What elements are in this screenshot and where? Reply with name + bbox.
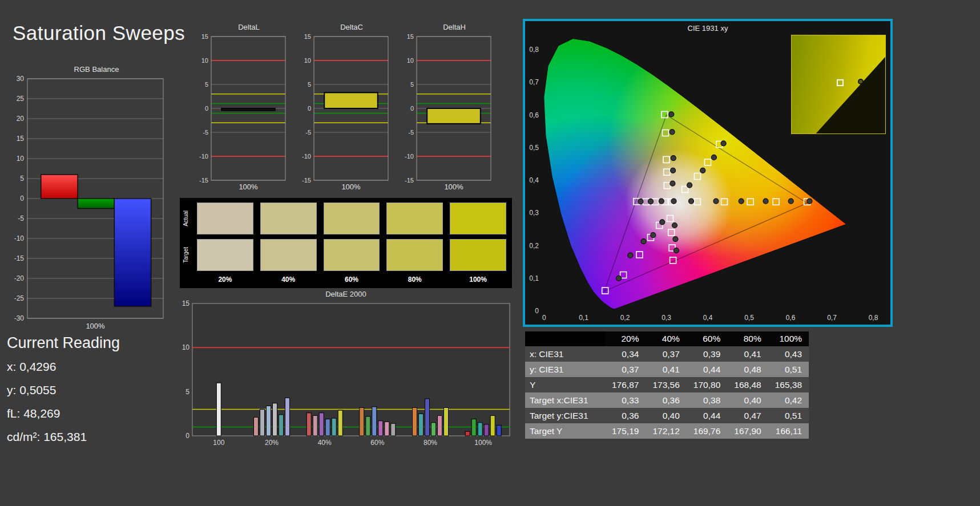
- svg-text:100%: 100%: [474, 439, 492, 447]
- svg-text:15: 15: [407, 33, 414, 40]
- svg-text:0: 0: [308, 105, 311, 112]
- delta-e-title: DeltaE 2000: [180, 290, 512, 299]
- cie-zoom-inset: [791, 35, 886, 134]
- svg-text:-10: -10: [14, 234, 25, 242]
- svg-text:10: 10: [182, 343, 190, 351]
- delta_l-svg: -15-10-5051015100%: [192, 33, 289, 191]
- svg-text:-5: -5: [305, 129, 311, 136]
- svg-text:15: 15: [17, 135, 25, 143]
- rgb-balance-title: RGB Balance: [5, 65, 166, 74]
- swatch-row-label-target: Target: [183, 247, 189, 263]
- table-cell: 0,47: [727, 408, 768, 423]
- svg-text:5: 5: [20, 175, 24, 183]
- table-cell: 0,44: [687, 362, 727, 377]
- svg-text:100%: 100%: [239, 183, 258, 191]
- cie-title: CIE 1931 xy: [525, 24, 890, 33]
- svg-text:0: 0: [542, 314, 546, 322]
- table-cell: 172,12: [646, 423, 686, 439]
- table-row-label: y: CIE31: [525, 362, 605, 377]
- svg-text:0,5: 0,5: [529, 144, 539, 152]
- table-row: Target y:CIE310,360,400,440,470,51: [525, 408, 809, 423]
- delta-h-chart: DeltaH -15-10-5051015100%: [397, 23, 494, 191]
- calibration-dashboard: Saturation Sweeps RGB Balance -30-25-20-…: [0, 0, 980, 506]
- swatch-target-100%: [450, 239, 506, 271]
- reading-cdm2: cd/m²: 165,381: [7, 430, 120, 444]
- table-cell: 167,90: [727, 423, 768, 439]
- delta-l-chart: DeltaL -15-10-5051015100%: [192, 23, 289, 191]
- svg-text:0,8: 0,8: [529, 46, 539, 54]
- table-cell: 0,41: [646, 362, 686, 377]
- svg-text:0,7: 0,7: [827, 314, 837, 322]
- svg-text:0,2: 0,2: [529, 242, 539, 250]
- svg-text:100%: 100%: [86, 322, 105, 330]
- table-cell: 0,33: [605, 392, 646, 408]
- swatch-target-20%: [197, 239, 253, 271]
- delta_c-svg: -15-10-5051015100%: [295, 33, 392, 191]
- svg-text:5: 5: [205, 81, 208, 88]
- swatch-comparison-panel: ActualTarget20%40%60%80%100%: [180, 198, 512, 288]
- table-cell: 176,87: [605, 377, 646, 392]
- svg-text:60%: 60%: [370, 439, 384, 447]
- table-row: x: CIE310,340,370,390,410,43: [525, 346, 809, 362]
- page-title: Saturation Sweeps: [13, 22, 185, 44]
- table-cell: 0,39: [687, 346, 727, 362]
- svg-text:20: 20: [17, 115, 25, 123]
- swatch-actual-60%: [324, 203, 380, 234]
- svg-text:100%: 100%: [341, 183, 361, 191]
- svg-text:15: 15: [304, 33, 311, 40]
- svg-text:0,4: 0,4: [529, 176, 539, 184]
- svg-text:-5: -5: [203, 129, 208, 136]
- table-cell: 0,38: [687, 392, 727, 408]
- delta-h-plot: -15-10-5051015100%: [397, 33, 494, 191]
- table-row-label: Target x:CIE31: [525, 392, 605, 408]
- svg-text:0,5: 0,5: [744, 314, 754, 322]
- svg-text:15: 15: [182, 300, 190, 307]
- table-row-label: Target Y: [525, 423, 605, 439]
- rgb-balance-chart: RGB Balance -30-25-20-15-10-505101520253…: [5, 65, 166, 330]
- svg-text:0,3: 0,3: [662, 314, 671, 322]
- svg-text:0,6: 0,6: [786, 314, 796, 322]
- table-header-cell: 60%: [687, 331, 727, 346]
- svg-text:10: 10: [201, 57, 208, 64]
- table-cell: 169,76: [687, 423, 727, 439]
- swatch-col-label: 60%: [324, 276, 380, 284]
- swatch-row-label-actual: Actual: [183, 211, 189, 226]
- svg-text:0,8: 0,8: [869, 314, 878, 322]
- table-row-label: x: CIE31: [525, 346, 605, 362]
- table-cell: 166,11: [768, 423, 809, 439]
- svg-text:0,3: 0,3: [529, 209, 539, 217]
- table-header-row: 20%40%60%80%100%: [525, 331, 809, 346]
- swatch-col-label: 80%: [386, 276, 443, 284]
- table-row-label: Target y:CIE31: [525, 408, 605, 423]
- svg-text:0,4: 0,4: [703, 314, 713, 322]
- current-reading-title: Current Reading: [7, 334, 120, 352]
- svg-text:-10: -10: [302, 153, 311, 160]
- svg-text:0,2: 0,2: [620, 314, 630, 322]
- swatch-target-60%: [324, 239, 380, 271]
- table-cell: 175,19: [605, 423, 646, 439]
- table-cell: 0,40: [646, 408, 686, 423]
- svg-text:100: 100: [213, 439, 224, 447]
- svg-text:0,6: 0,6: [529, 111, 539, 119]
- delta-h-title: DeltaH: [397, 23, 494, 32]
- swatch-actual-20%: [197, 203, 253, 234]
- swatch-col-label: 40%: [260, 276, 317, 284]
- reading-y: y: 0,5055: [7, 383, 120, 397]
- table-row: y: CIE310,370,410,440,480,51: [525, 362, 809, 377]
- table-cell: 0,44: [687, 408, 727, 423]
- rgb-balance-plot: -30-25-20-15-10-5051015202530100%: [5, 75, 166, 330]
- delta-c-title: DeltaC: [295, 23, 392, 32]
- svg-text:-5: -5: [408, 129, 414, 136]
- table-cell: 0,37: [605, 362, 646, 377]
- svg-text:-10: -10: [199, 153, 208, 160]
- swatch-actual-80%: [386, 203, 443, 234]
- svg-text:5: 5: [308, 81, 311, 88]
- table-cell: 173,56: [646, 377, 686, 392]
- svg-text:0,1: 0,1: [579, 314, 588, 322]
- svg-text:40%: 40%: [318, 439, 332, 447]
- table-row: Target x:CIE310,330,360,380,400,42: [525, 392, 809, 408]
- swatch-target-80%: [386, 239, 443, 271]
- delta-l-title: DeltaL: [192, 23, 289, 32]
- svg-text:-15: -15: [302, 177, 311, 184]
- rgb-balance-svg: -30-25-20-15-10-5051015202530100%: [5, 75, 166, 330]
